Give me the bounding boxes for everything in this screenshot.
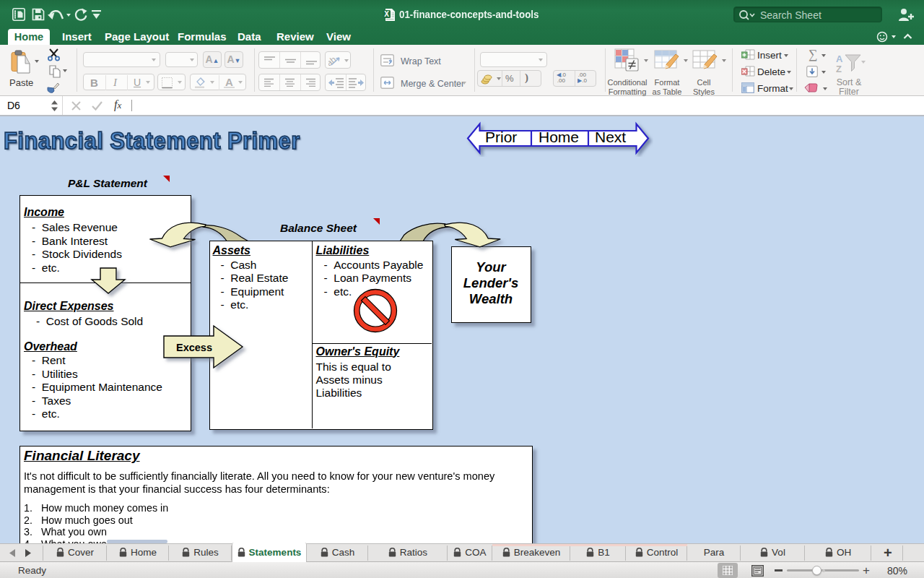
svg-text:Z: Z	[836, 64, 842, 74]
svg-text:X: X	[384, 10, 389, 18]
svg-text:ab: ab	[328, 54, 339, 67]
svg-text:A: A	[836, 53, 843, 64]
